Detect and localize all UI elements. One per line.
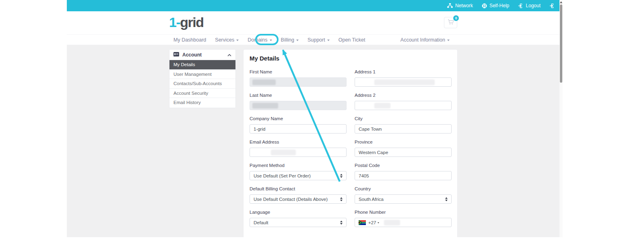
scrollbar[interactable] <box>559 0 563 237</box>
payment-method-select[interactable]: Use Default (Set Per Order) <box>250 171 347 180</box>
field-default-billing-contact: Default Billing ContactUse Default Conta… <box>250 186 347 204</box>
nav-item-support[interactable]: Support <box>303 35 334 45</box>
field-country: CountrySouth Africa <box>355 186 452 204</box>
nav-item-label: Open Ticket <box>339 37 365 43</box>
input-value: 1-grid <box>254 127 265 131</box>
network-icon <box>447 3 453 8</box>
cart-icon <box>448 19 454 27</box>
topbar-link-network[interactable]: Network <box>447 3 473 8</box>
field-payment-method: Payment MethodUse Default (Set Per Order… <box>250 162 347 180</box>
nav-item-label: Services <box>215 37 234 43</box>
nav-item-account-information[interactable]: Account Information <box>396 35 454 45</box>
email-address-input[interactable] <box>250 148 347 157</box>
field-label-last-name: Last Name <box>250 92 347 99</box>
redacted-text <box>374 79 435 85</box>
last-name-input <box>250 101 347 110</box>
address-1-input[interactable] <box>355 77 452 87</box>
nav-item-label: Account Information <box>400 37 445 43</box>
field-last-name: Last Name <box>250 92 347 110</box>
field-postal-code: Postal Code7405 <box>355 162 452 180</box>
language-select[interactable]: Default <box>250 218 347 227</box>
field-label-country: Country <box>355 186 452 192</box>
logout-icon <box>549 3 555 8</box>
field-label-first-name: First Name <box>250 69 347 75</box>
sidebar-header-account[interactable]: Account <box>169 50 235 60</box>
logo[interactable]: 1-grid <box>169 14 203 31</box>
sidebar-item-contacts-sub-accounts[interactable]: Contacts/Sub-Accounts <box>169 79 235 89</box>
field-address-2: Address 2 <box>355 92 452 110</box>
page: NetworkSelf-HelpLogout 1-grid 0 <box>67 0 559 237</box>
logout-icon <box>518 3 523 8</box>
province-input[interactable]: Western Cape <box>355 148 452 157</box>
field-email-address: Email Address <box>250 139 347 157</box>
company-name-input[interactable]: 1-grid <box>250 124 347 134</box>
chevron-down-icon <box>296 40 299 41</box>
nav-item-open-ticket[interactable]: Open Ticket <box>334 35 370 45</box>
first-name-input <box>250 77 347 87</box>
chevron-down-icon <box>270 40 272 41</box>
nav-items: My DashboardServicesDomainsBillingSuppor… <box>169 35 369 45</box>
select-updown-icon <box>340 221 343 225</box>
nav-item-label: My Dashboard <box>173 37 206 43</box>
select-value: Use Default (Set Per Order) <box>254 173 311 178</box>
phone-number-input[interactable]: +27 <box>355 218 452 227</box>
redacted-text <box>384 220 400 225</box>
input-value: 7405 <box>359 173 369 178</box>
default-billing-contact-select[interactable]: Use Default Contact (Details Above) <box>250 194 347 204</box>
nav-item-services[interactable]: Services <box>211 35 243 45</box>
field-label-address-1: Address 1 <box>355 69 452 75</box>
field-label-email-address: Email Address <box>250 139 347 146</box>
field-city: CityCape Town <box>355 115 452 134</box>
field-province: ProvinceWestern Cape <box>355 139 452 157</box>
topbar-links: NetworkSelf-HelpLogout <box>447 3 555 8</box>
input-value: Western Cape <box>359 150 388 155</box>
field-language: LanguageDefault <box>250 209 347 227</box>
nav-item-label: Support <box>308 37 325 43</box>
select-value: Default <box>254 220 268 225</box>
field-first-name: First Name <box>250 69 347 87</box>
field-label-phone-number: Phone Number <box>355 209 452 216</box>
my-details-card: My Details First NameLast NameCompany Na… <box>243 49 458 237</box>
nav-item-domains[interactable]: Domains <box>243 35 276 45</box>
nav-right: Account Information <box>396 35 454 45</box>
topbar-link-label: Logout <box>526 3 541 8</box>
chevron-down-icon <box>447 40 450 41</box>
cart-button[interactable]: 0 <box>444 17 457 28</box>
sidebar-item-user-management[interactable]: User Management <box>169 70 235 79</box>
field-address-1: Address 1 <box>355 69 452 87</box>
scrollbar-up-arrow[interactable] <box>560 1 562 3</box>
field-label-province: Province <box>355 139 452 146</box>
scrollbar-thumb[interactable] <box>560 4 562 83</box>
select-updown-icon <box>340 197 343 201</box>
form-column-left: First NameLast NameCompany Name1-gridEma… <box>250 69 347 232</box>
redacted-text <box>271 150 296 155</box>
topbar-link-label: Self-Help <box>489 3 509 8</box>
cart-badge: 0 <box>453 15 459 21</box>
chevron-down-icon <box>236 40 239 41</box>
topbar-link-self-help[interactable]: Self-Help <box>482 3 509 8</box>
input-value: Cape Town <box>359 127 382 131</box>
topbar-link-label: Network <box>455 3 473 8</box>
topbar-signout-icon-button[interactable] <box>549 3 555 8</box>
nav-item-my-dashboard[interactable]: My Dashboard <box>169 35 211 45</box>
select-updown-icon <box>340 174 343 178</box>
nav-item-billing[interactable]: Billing <box>277 35 303 45</box>
sidebar-item-account-security[interactable]: Account Security <box>169 89 235 98</box>
dial-code-caret-icon <box>378 222 379 223</box>
redacted-text <box>374 103 390 108</box>
logo-prefix: 1- <box>169 15 180 30</box>
sidebar-item-my-details[interactable]: My Details <box>169 60 235 70</box>
country-select[interactable]: South Africa <box>355 194 452 204</box>
topbar-link-logout[interactable]: Logout <box>518 3 541 8</box>
sidebar-item-email-history[interactable]: Email History <box>169 98 235 108</box>
nav-item-label: Billing <box>281 37 294 43</box>
city-input[interactable]: Cape Town <box>355 124 452 134</box>
south-africa-flag-icon <box>359 220 366 225</box>
card-title: My Details <box>250 55 452 62</box>
address-2-input[interactable] <box>355 101 452 110</box>
form-column-right: Address 1Address 2CityCape TownProvinceW… <box>355 69 452 232</box>
postal-code-input[interactable]: 7405 <box>355 171 452 180</box>
field-label-postal-code: Postal Code <box>355 162 452 169</box>
field-company-name: Company Name1-grid <box>250 115 347 134</box>
redacted-text <box>252 79 276 85</box>
